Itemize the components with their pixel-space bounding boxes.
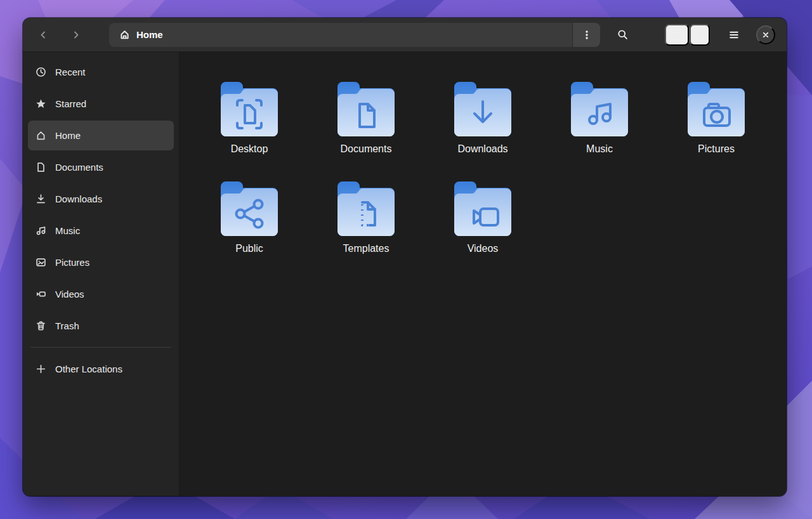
view-options-dropdown-button[interactable] <box>690 24 710 46</box>
document-icon <box>36 162 46 173</box>
video-camera-icon <box>36 289 46 299</box>
sidebar-item-videos[interactable]: Videos <box>28 279 174 309</box>
templates-folder-icon <box>334 178 398 237</box>
desktop-folder-icon <box>218 78 281 138</box>
folder-item-desktop[interactable]: Desktop <box>191 78 308 155</box>
public-folder-icon <box>218 178 281 237</box>
desktop-wallpaper: Home <box>0 0 812 519</box>
download-icon <box>36 194 46 204</box>
chevron-left-icon <box>38 30 48 40</box>
folder-name: Pictures <box>698 143 735 155</box>
star-icon <box>36 98 46 109</box>
path-menu-button[interactable] <box>572 23 600 47</box>
sidebar-item-label: Pictures <box>55 257 89 268</box>
folder-item-music[interactable]: Music <box>541 78 658 155</box>
sidebar-item-label: Documents <box>55 162 103 173</box>
sidebar-item-label: Videos <box>55 289 84 299</box>
folder-item-videos[interactable]: Videos <box>424 178 541 254</box>
sidebar: Recent Starred Home <box>23 52 180 496</box>
sidebar-item-label: Music <box>55 225 80 236</box>
sidebar-item-pictures[interactable]: Pictures <box>28 247 174 277</box>
caret-down-icon <box>695 30 704 39</box>
header-bar: Home <box>23 18 787 52</box>
vertical-dots-icon <box>582 30 592 40</box>
sidebar-divider <box>30 347 171 348</box>
pictures-folder-icon <box>684 78 748 138</box>
trash-icon <box>36 320 46 331</box>
view-toggle-split-button <box>665 24 710 46</box>
folder-name: Downloads <box>457 143 508 155</box>
sidebar-item-home[interactable]: Home <box>28 121 174 150</box>
image-icon <box>36 257 46 268</box>
folder-item-documents[interactable]: Documents <box>308 78 424 155</box>
folder-item-downloads[interactable]: Downloads <box>424 78 541 155</box>
music-folder-icon <box>568 78 631 138</box>
list-view-button[interactable] <box>665 24 689 46</box>
main-menu-button[interactable] <box>722 24 746 46</box>
search-button[interactable] <box>612 24 633 46</box>
forward-button[interactable] <box>61 23 91 47</box>
sidebar-item-music[interactable]: Music <box>28 216 174 246</box>
sidebar-item-label: Recent <box>55 67 86 77</box>
path-location-label: Home <box>136 29 163 40</box>
sidebar-item-recent[interactable]: Recent <box>28 57 174 87</box>
search-icon <box>617 29 628 40</box>
folder-item-pictures[interactable]: Pictures <box>658 78 775 155</box>
path-bar[interactable]: Home <box>109 23 600 47</box>
breadcrumb[interactable]: Home <box>109 29 572 40</box>
chevron-right-icon <box>71 30 81 40</box>
sidebar-item-label: Trash <box>55 320 79 331</box>
sidebar-item-starred[interactable]: Starred <box>28 89 174 119</box>
clock-icon <box>36 67 46 77</box>
downloads-folder-icon <box>451 78 514 138</box>
folder-name: Desktop <box>231 143 268 155</box>
hamburger-icon <box>728 29 740 41</box>
folder-name: Documents <box>341 143 392 155</box>
sidebar-item-label: Starred <box>55 98 86 109</box>
folder-name: Music <box>586 143 613 155</box>
sidebar-item-trash[interactable]: Trash <box>28 311 174 341</box>
plus-icon <box>36 364 46 374</box>
folder-grid: Desktop Documents <box>180 52 787 496</box>
music-note-icon <box>36 225 46 236</box>
file-manager-window: Home <box>23 18 787 496</box>
sidebar-item-other-locations[interactable]: Other Locations <box>28 354 174 384</box>
folder-item-templates[interactable]: Templates <box>308 178 424 254</box>
videos-folder-icon <box>451 178 514 237</box>
sidebar-item-label: Other Locations <box>55 364 122 374</box>
list-view-icon <box>672 29 683 40</box>
folder-name: Public <box>235 243 263 254</box>
sidebar-item-downloads[interactable]: Downloads <box>28 184 174 214</box>
close-icon <box>761 30 771 40</box>
sidebar-item-documents[interactable]: Documents <box>28 152 174 182</box>
folder-name: Templates <box>343 243 390 254</box>
folder-item-public[interactable]: Public <box>191 178 308 254</box>
close-window-button[interactable] <box>756 25 775 44</box>
folder-name: Videos <box>468 243 499 254</box>
back-button[interactable] <box>28 23 58 47</box>
sidebar-item-label: Home <box>55 130 81 141</box>
home-icon <box>36 130 46 141</box>
home-icon <box>119 29 130 40</box>
documents-folder-icon <box>334 78 398 138</box>
sidebar-item-label: Downloads <box>55 194 102 204</box>
